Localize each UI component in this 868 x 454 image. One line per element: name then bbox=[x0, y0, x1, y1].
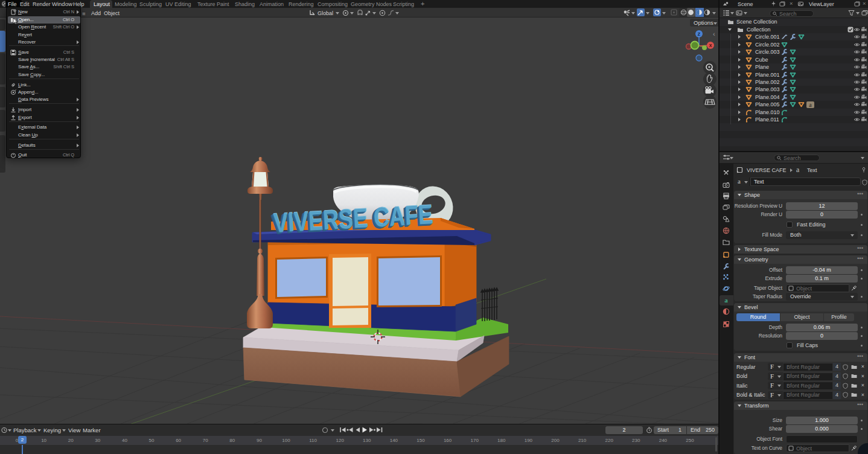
svg-text:X: X bbox=[709, 43, 712, 48]
svg-text:Z: Z bbox=[698, 32, 701, 36]
svg-text:a: a bbox=[724, 296, 728, 304]
